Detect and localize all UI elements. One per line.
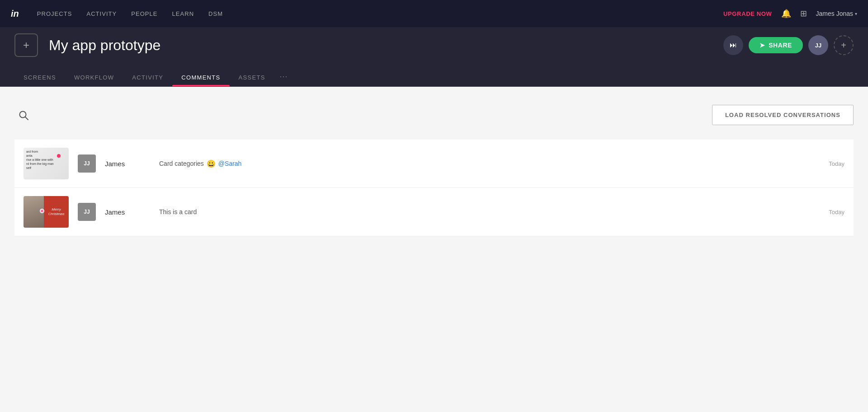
- comment-time: Today: [829, 209, 844, 215]
- tabs-bar: SCREENS WORKFLOW ACTIVITY COMMENTS ASSET…: [0, 63, 868, 87]
- tab-screens[interactable]: SCREENS: [14, 69, 65, 86]
- top-nav: in PROJECTS ACTIVITY PEOPLE LEARN DSM UP…: [0, 0, 868, 27]
- tab-more[interactable]: ···: [274, 67, 293, 86]
- avatar: JJ: [78, 154, 96, 173]
- comment-pin: [57, 154, 61, 158]
- header-actions: ⏭ ➤ SHARE JJ +: [723, 35, 854, 55]
- search-icon: [18, 110, 29, 121]
- comment-pin: [40, 209, 44, 213]
- comment-emoji: 😀: [207, 159, 216, 168]
- nav-activity[interactable]: ACTIVITY: [86, 10, 117, 17]
- search-button[interactable]: [14, 106, 33, 124]
- upgrade-now-button[interactable]: UPGRADE NOW: [723, 10, 772, 17]
- nav-people[interactable]: PEOPLE: [131, 10, 157, 17]
- tab-workflow[interactable]: WORKFLOW: [65, 69, 123, 86]
- share-arrow-icon: ➤: [760, 42, 765, 49]
- nav-learn[interactable]: LEARN: [172, 10, 194, 17]
- thumb-caption: MerryChristmas: [48, 207, 64, 217]
- comment-time: Today: [829, 160, 844, 167]
- comment-body: Card categories 😀 @Sarah: [159, 159, 820, 168]
- share-button[interactable]: ➤ SHARE: [749, 37, 803, 53]
- avatar: JJ: [78, 203, 96, 221]
- project-title: My app prototype: [49, 37, 712, 54]
- preview-button[interactable]: ⏭: [723, 35, 743, 55]
- comments-content: LOAD RESOLVED CONVERSATIONS ard fromanta…: [0, 87, 868, 412]
- nav-dsm[interactable]: DSM: [208, 10, 223, 17]
- tab-assets[interactable]: ASSETS: [230, 69, 274, 86]
- preview-icon: ⏭: [730, 41, 737, 49]
- grid-icon[interactable]: ⊞: [800, 9, 807, 19]
- comments-toolbar: LOAD RESOLVED CONVERSATIONS: [14, 105, 854, 125]
- share-label: SHARE: [769, 42, 792, 49]
- logo: in: [11, 9, 19, 19]
- svg-line-1: [25, 117, 28, 120]
- comment-message: Card categories: [159, 160, 204, 167]
- table-row[interactable]: MerryChristmas JJ James This is a card T…: [14, 188, 854, 236]
- comment-author: James: [105, 160, 150, 168]
- tab-activity[interactable]: ACTIVITY: [123, 69, 172, 86]
- screen-thumbnail: ard fromantarise a little one withrd fro…: [24, 148, 69, 179]
- comment-author: James: [105, 208, 150, 216]
- nav-right: UPGRADE NOW 🔔 ⊞ James Jonas: [723, 9, 857, 19]
- tab-comments[interactable]: COMMENTS: [172, 69, 229, 86]
- load-resolved-button[interactable]: LOAD RESOLVED CONVERSATIONS: [712, 105, 854, 125]
- user-menu[interactable]: James Jonas: [816, 10, 857, 17]
- project-header: + My app prototype ⏭ ➤ SHARE JJ +: [0, 27, 868, 63]
- notification-icon[interactable]: 🔔: [781, 9, 791, 19]
- thumb-text: ard fromantarise a little one withrd fro…: [24, 148, 69, 172]
- comment-message: This is a card: [159, 208, 197, 215]
- comment-list: ard fromantarise a little one withrd fro…: [14, 140, 854, 236]
- comment-mention[interactable]: @Sarah: [218, 160, 242, 167]
- add-screen-button[interactable]: +: [14, 33, 38, 57]
- add-member-button[interactable]: +: [834, 35, 854, 55]
- comment-body: This is a card: [159, 208, 820, 215]
- table-row[interactable]: ard fromantarise a little one withrd fro…: [14, 140, 854, 188]
- thumb-image-right: MerryChristmas: [44, 196, 69, 228]
- user-avatar[interactable]: JJ: [808, 35, 828, 55]
- nav-projects[interactable]: PROJECTS: [37, 10, 72, 17]
- screen-thumbnail: MerryChristmas: [24, 196, 69, 228]
